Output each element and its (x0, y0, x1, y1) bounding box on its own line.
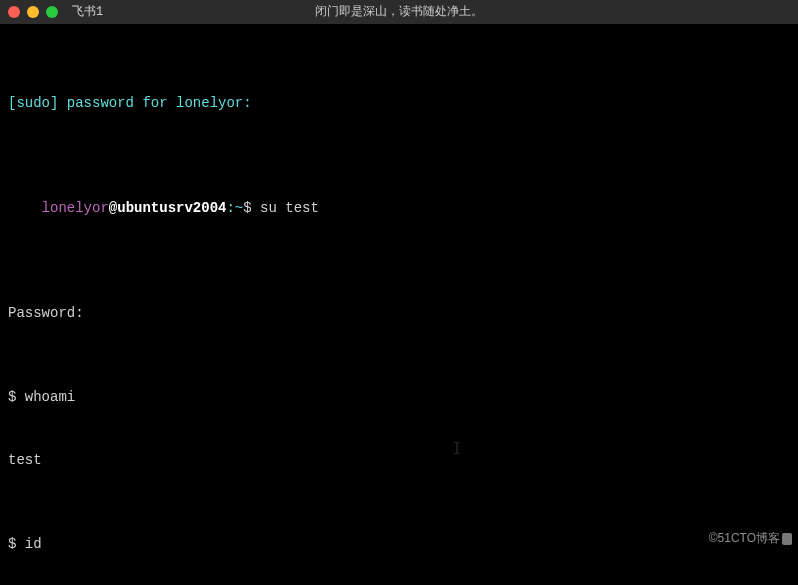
watermark-badge-icon (782, 533, 792, 545)
cmd-su: su test (260, 200, 319, 216)
cmd-whoami: whoami (25, 389, 75, 405)
window-controls (8, 6, 58, 18)
maximize-icon[interactable] (46, 6, 58, 18)
prompt-at: @ (109, 200, 117, 216)
terminal-output[interactable]: [sudo] password for lonelyor: lonelyor@u… (0, 24, 798, 585)
prompt-host: ubuntusrv2004 (117, 200, 226, 216)
prompt-user: lonelyor (42, 200, 109, 216)
tab-label[interactable]: 飞书1 (72, 3, 103, 21)
window-title: 闭门即是深山，读书随处净土。 (0, 3, 798, 21)
sudo-password-prompt: [sudo] password for lonelyor: (8, 93, 790, 114)
window-titlebar: 飞书1 闭门即是深山，读书随处净土。 (0, 0, 798, 24)
cmd-id: id (25, 536, 42, 552)
minimize-icon[interactable] (27, 6, 39, 18)
cmd-id-line: $ id (8, 534, 790, 555)
watermark-text: ©51CTO博客 (709, 531, 780, 545)
cmd-whoami-line: $ whoami (8, 387, 790, 408)
close-icon[interactable] (8, 6, 20, 18)
whoami-output: test (8, 450, 790, 471)
prompt-path: :~ (226, 200, 243, 216)
password-label: Password: (8, 303, 790, 324)
prompt-dollar: $ (243, 200, 251, 216)
watermark: ©51CTO博客 (695, 511, 792, 565)
shell-prompt-line: lonelyor@ubuntusrv2004:~$ su test (8, 177, 790, 240)
